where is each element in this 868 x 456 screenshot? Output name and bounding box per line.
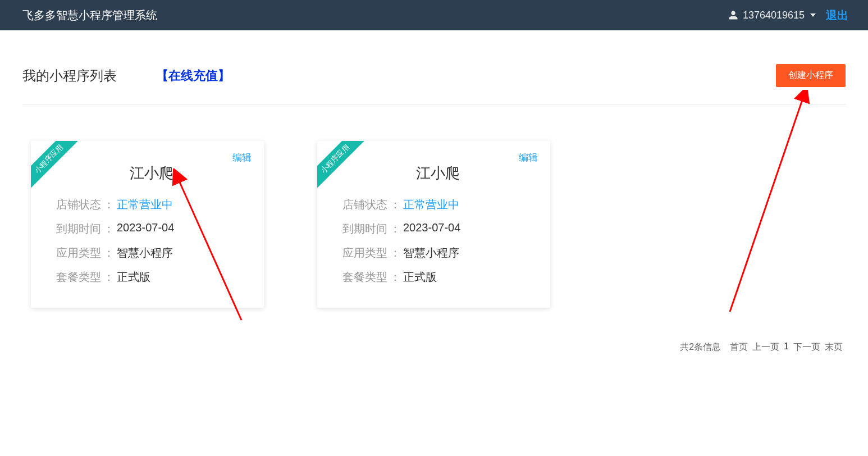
card-title: 江小爬	[342, 163, 533, 183]
value-apptype: 智慧小程序	[117, 245, 173, 261]
card-row-status: 店铺状态 ： 正常营业中	[342, 197, 533, 212]
logout-link[interactable]: 退出	[826, 8, 848, 23]
label-sep: ：	[103, 197, 115, 212]
edit-link[interactable]: 编辑	[519, 151, 538, 164]
label-sep: ：	[103, 270, 115, 285]
page-header-left: 我的小程序列表 【在线充值】	[22, 67, 230, 85]
pagination-total: 共2条信息	[680, 341, 721, 353]
recharge-link[interactable]: 【在线充值】	[156, 67, 230, 84]
pagination-first[interactable]: 首页	[730, 341, 748, 353]
card-title: 江小爬	[56, 163, 247, 183]
user-dropdown[interactable]: 13764019615	[728, 10, 816, 21]
user-icon	[728, 10, 738, 20]
create-miniprogram-button[interactable]: 创建小程序	[776, 64, 846, 87]
label-sep: ：	[390, 245, 401, 261]
card-row-plan: 套餐类型 ： 正式版	[56, 270, 247, 285]
user-phone: 13764019615	[743, 10, 805, 21]
value-expire: 2023-07-04	[117, 221, 174, 236]
label-sep: ：	[390, 197, 401, 212]
label-apptype: 应用类型	[342, 245, 387, 261]
value-plan: 正式版	[403, 270, 437, 285]
label-sep: ：	[103, 245, 115, 261]
value-shop-status: 正常营业中	[403, 197, 459, 212]
card-list: 小程序应用 编辑 江小爬 店铺状态 ： 正常营业中 到期时间 ： 2023-07…	[22, 141, 846, 308]
value-expire: 2023-07-04	[403, 221, 460, 236]
value-plan: 正式版	[117, 270, 150, 285]
value-apptype: 智慧小程序	[403, 245, 459, 261]
top-header: 飞多多智慧小程序管理系统 13764019615 退出	[0, 0, 868, 30]
label-sep: ：	[390, 270, 401, 285]
pagination: 共2条信息 首页 上一页 1 下一页 末页	[680, 341, 843, 353]
miniprogram-card[interactable]: 小程序应用 编辑 江小爬 店铺状态 ： 正常营业中 到期时间 ： 2023-07…	[317, 141, 550, 308]
label-plan: 套餐类型	[342, 270, 387, 285]
label-plan: 套餐类型	[56, 270, 101, 285]
label-expire: 到期时间	[56, 221, 101, 236]
pagination-next[interactable]: 下一页	[793, 341, 820, 353]
app-title: 飞多多智慧小程序管理系统	[22, 8, 157, 23]
card-row-plan: 套餐类型 ： 正式版	[342, 270, 533, 285]
page-header-row: 我的小程序列表 【在线充值】 创建小程序	[22, 64, 846, 104]
main-content: 我的小程序列表 【在线充值】 创建小程序 小程序应用 编辑 江小爬 店铺状态 ：…	[0, 30, 868, 308]
label-shop-status: 店铺状态	[342, 197, 387, 212]
header-right: 13764019615 退出	[728, 8, 848, 23]
pagination-last[interactable]: 末页	[825, 341, 843, 353]
label-apptype: 应用类型	[56, 245, 101, 261]
label-sep: ：	[390, 221, 401, 236]
card-row-expire: 到期时间 ： 2023-07-04	[56, 221, 247, 236]
card-row-expire: 到期时间 ： 2023-07-04	[342, 221, 533, 236]
edit-link[interactable]: 编辑	[232, 151, 252, 164]
pagination-links: 首页 上一页 1 下一页 末页	[730, 341, 843, 353]
card-row-apptype: 应用类型 ： 智慧小程序	[56, 245, 247, 261]
pagination-current: 1	[784, 341, 789, 353]
page-title: 我的小程序列表	[22, 67, 117, 85]
miniprogram-card[interactable]: 小程序应用 编辑 江小爬 店铺状态 ： 正常营业中 到期时间 ： 2023-07…	[31, 141, 264, 308]
label-expire: 到期时间	[342, 221, 387, 236]
caret-down-icon	[810, 13, 816, 17]
value-shop-status: 正常营业中	[117, 197, 173, 212]
label-sep: ：	[103, 221, 115, 236]
card-row-status: 店铺状态 ： 正常营业中	[56, 197, 247, 212]
pagination-prev[interactable]: 上一页	[752, 341, 779, 353]
label-shop-status: 店铺状态	[56, 197, 101, 212]
card-row-apptype: 应用类型 ： 智慧小程序	[342, 245, 533, 261]
